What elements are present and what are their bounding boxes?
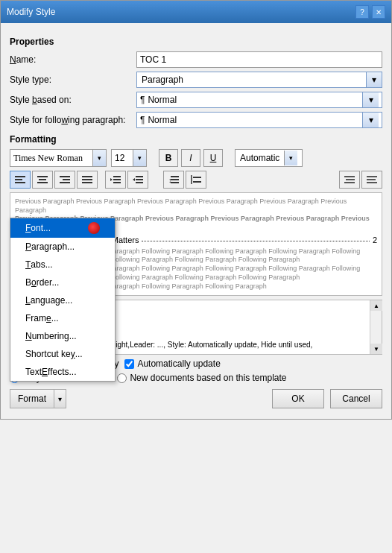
svg-rect-32 — [367, 182, 377, 183]
dialog-title: Modify Style — [7, 7, 55, 17]
name-row: Name: — [10, 51, 382, 68]
name-label: Name: — [10, 54, 136, 65]
scroll-bar[interactable]: ▲ ▼ — [370, 300, 382, 354]
svg-rect-7 — [63, 179, 70, 180]
dropdown-frame[interactable]: Frame... — [10, 309, 115, 327]
svg-rect-28 — [346, 179, 355, 180]
para-icon2: ¶ — [140, 115, 145, 125]
dropdown-tabs[interactable]: Tabs... — [10, 256, 115, 274]
svg-text:↕: ↕ — [168, 177, 172, 184]
modify-style-dialog: Modify Style ? ✕ Properties Name: Style … — [0, 0, 392, 420]
color-select-wrapper: Automatic ▾ — [235, 149, 303, 167]
cancel-button[interactable]: Cancel — [330, 389, 382, 408]
dropdown-font[interactable]: Font... — [10, 218, 115, 238]
format-split-button: Format ▾ — [10, 389, 66, 408]
toc-dots — [142, 241, 369, 241]
bold-button[interactable]: B — [159, 149, 178, 167]
dropdown-shortcut[interactable]: Shortcut key... — [10, 345, 115, 363]
dialog-content: Properties Name: Style type: Paragraph ▾… — [1, 23, 391, 419]
svg-rect-27 — [344, 176, 355, 177]
font-input[interactable] — [10, 150, 92, 166]
scroll-down-button[interactable]: ▼ — [370, 344, 382, 354]
new-doc-label: New documents based on this template — [130, 373, 286, 383]
dropdown-border[interactable]: Border... — [10, 274, 115, 291]
indent-decrease-button[interactable] — [105, 171, 126, 189]
underline-button[interactable]: U — [203, 149, 223, 167]
svg-rect-16 — [136, 176, 143, 177]
indent-increase-button[interactable] — [127, 171, 148, 189]
indent2-button[interactable] — [361, 171, 382, 189]
size-select-wrapper: ▾ — [111, 149, 147, 167]
auto-update-label: Automatically update — [137, 358, 220, 369]
dropdown-language[interactable]: Language... — [10, 291, 115, 309]
style-type-label: Style type: — [10, 75, 136, 85]
color-arrow[interactable]: ▾ — [284, 151, 297, 165]
format-dropdown-menu: Font... Paragraph... Tabs... Border... L… — [10, 218, 116, 382]
dropdown-paragraph[interactable]: Paragraph... — [10, 238, 115, 256]
style-based-select-wrapper: ¶ Normal ▾ — [136, 92, 382, 108]
help-button[interactable]: ? — [355, 5, 369, 19]
bottom-row: Format ▾ Font... Paragraph... Tabs... Bo… — [10, 389, 382, 408]
formatting-row1: ▾ ▾ B I U Automatic ▾ — [10, 149, 382, 167]
svg-rect-4 — [39, 179, 46, 180]
align-center-button[interactable] — [32, 171, 53, 189]
line-spacing-button[interactable]: ↕ — [163, 171, 184, 189]
svg-rect-0 — [15, 176, 25, 177]
scroll-up-button[interactable]: ▲ — [370, 300, 382, 311]
format-label-button[interactable]: Format — [10, 389, 54, 408]
svg-marker-19 — [133, 178, 135, 181]
dropdown-text-effects[interactable]: Text Effects... — [10, 363, 115, 381]
style-based-arrow[interactable]: ▾ — [362, 92, 379, 107]
format-arrow-button[interactable]: ▾ — [54, 389, 66, 408]
style-type-row: Style type: Paragraph ▾ — [10, 72, 382, 88]
outdent-button[interactable] — [339, 171, 360, 189]
svg-rect-14 — [113, 182, 121, 183]
svg-rect-10 — [82, 179, 92, 180]
dropdown-numbering[interactable]: Numbering... — [10, 327, 115, 345]
align-left-button[interactable] — [10, 171, 31, 189]
style-based-label: Style based on: — [10, 95, 136, 105]
style-following-arrow[interactable]: ▾ — [362, 113, 379, 127]
svg-rect-18 — [136, 182, 143, 183]
svg-rect-31 — [367, 179, 376, 180]
new-doc-radio-label[interactable]: New documents based on this template — [117, 373, 286, 383]
svg-rect-3 — [37, 176, 48, 177]
font-arrow[interactable]: ▾ — [92, 150, 106, 166]
para-spacing-button[interactable] — [186, 171, 206, 189]
format-button-area: Format ▾ Font... Paragraph... Tabs... Bo… — [10, 389, 66, 408]
size-input[interactable] — [112, 150, 133, 166]
color-label: Automatic — [240, 153, 279, 163]
italic-button[interactable]: I — [181, 149, 200, 167]
auto-update-checkbox-label[interactable]: Automatically update — [124, 358, 220, 369]
svg-marker-15 — [110, 178, 113, 181]
svg-rect-29 — [344, 182, 355, 183]
style-type-select-wrapper: Paragraph ▾ — [136, 72, 382, 88]
auto-update-checkbox[interactable] — [124, 359, 134, 369]
style-based-row: Style based on: ¶ Normal ▾ — [10, 92, 382, 108]
style-following-select-wrapper: ¶ Normal ▾ — [136, 112, 382, 128]
ok-button[interactable]: OK — [272, 389, 324, 408]
alignment-row: ↕ — [10, 171, 382, 189]
new-doc-radio[interactable] — [117, 373, 127, 383]
font-select-wrapper: ▾ — [10, 149, 107, 167]
style-following-label: Style for following paragraph: — [10, 115, 136, 125]
align-justify-button[interactable] — [77, 171, 98, 189]
svg-rect-1 — [15, 179, 22, 180]
style-based-value: Normal — [148, 95, 362, 105]
svg-rect-8 — [60, 182, 70, 183]
svg-rect-24 — [193, 177, 201, 178]
svg-rect-22 — [171, 182, 179, 183]
name-input[interactable] — [136, 51, 382, 68]
align-right-button[interactable] — [54, 171, 75, 189]
svg-rect-17 — [136, 179, 143, 180]
toc-page: 2 — [373, 236, 377, 244]
style-following-row: Style for following paragraph: ¶ Normal … — [10, 112, 382, 128]
svg-rect-6 — [60, 176, 70, 177]
properties-section-label: Properties — [10, 37, 382, 47]
title-bar: Modify Style ? ✕ — [1, 1, 391, 23]
close-button[interactable]: ✕ — [372, 5, 385, 19]
size-arrow[interactable]: ▾ — [133, 150, 146, 166]
formatting-section-label: Formatting — [10, 134, 382, 145]
svg-rect-30 — [367, 176, 377, 177]
style-type-select[interactable]: Paragraph — [136, 72, 382, 88]
